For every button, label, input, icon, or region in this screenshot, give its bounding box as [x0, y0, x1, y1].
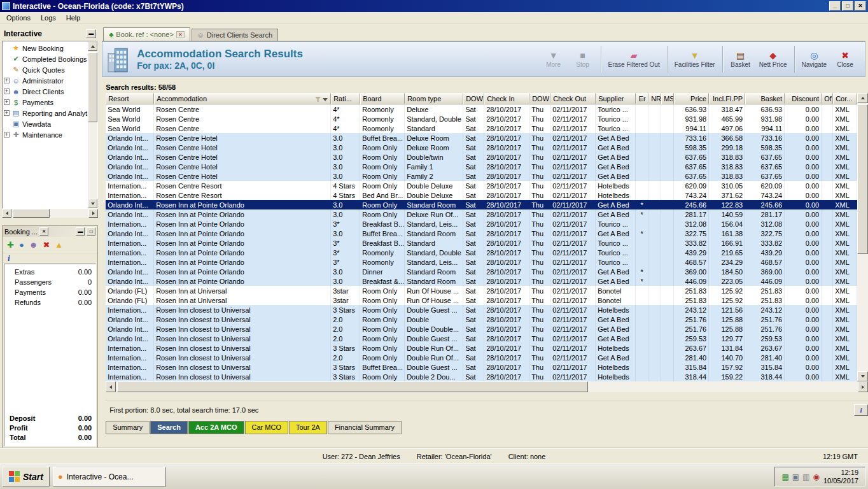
table-row[interactable]: Orlando Int...Rosen Centre Hotel3.0Room …: [106, 152, 857, 162]
table-row[interactable]: Internation...Rosen Centre Resort4 Stars…: [106, 181, 857, 190]
column-header-dow[interactable]: DOW: [529, 93, 550, 104]
menu-help[interactable]: Help: [61, 13, 86, 22]
titlebar-restore-button[interactable]: □: [842, 1, 853, 11]
column-header-er[interactable]: Er: [636, 93, 648, 104]
menu-options[interactable]: Options: [1, 13, 36, 22]
sidebar-item-reporting-and-analyt[interactable]: +▤Reporting and Analyt: [4, 108, 87, 118]
basket-button[interactable]: ▤Basket: [726, 49, 755, 69]
scroll-track[interactable]: [11, 209, 88, 218]
table-row[interactable]: Orlando Int...Rosen Inn at Pointe Orland…: [106, 200, 857, 209]
tray-icon-volume[interactable]: ▥: [802, 472, 809, 481]
export-icon[interactable]: ▲: [55, 241, 63, 249]
results-vertical-scrollbar[interactable]: [857, 93, 868, 381]
scroll-thumb[interactable]: [88, 52, 97, 122]
menu-logs[interactable]: Logs: [36, 13, 61, 22]
table-row[interactable]: Internation...Rosen Inn at Pointe Orland…: [106, 257, 857, 267]
column-header-resort[interactable]: Resort: [106, 93, 154, 104]
tray-icon-red[interactable]: ◉: [813, 472, 819, 481]
booking-close-button[interactable]: ✕: [39, 227, 48, 236]
scroll-track[interactable]: [116, 381, 858, 392]
column-header-price[interactable]: Price: [674, 93, 709, 104]
passengers-icon[interactable]: ☻: [29, 241, 38, 249]
booking-restore-button[interactable]: □: [87, 227, 95, 236]
info-icon[interactable]: i: [8, 253, 10, 263]
table-row[interactable]: Orlando Int...Rosen Inn at Pointe Orland…: [106, 276, 857, 286]
booking-minimize-button[interactable]: ▬: [76, 227, 85, 236]
column-header-incl-fl-pp[interactable]: Incl.Fl.PP: [709, 93, 745, 104]
sort-icon[interactable]: [323, 98, 328, 101]
column-header-basket[interactable]: Basket: [745, 93, 785, 104]
table-row[interactable]: Orlando (FL)Rosen Inn at Universal3starR…: [106, 286, 857, 295]
tab-book-ref-none[interactable]: ♣Book. ref : <none>✕: [103, 27, 190, 41]
globe-icon[interactable]: ●: [19, 241, 24, 249]
table-row[interactable]: Internation...Rosen Inn closest to Unive…: [106, 353, 857, 362]
table-row[interactable]: Sea WorldRosen Centre4*RoomonlyStandard,…: [106, 114, 857, 124]
sidebar-item-new-booking[interactable]: ★New Booking: [4, 43, 87, 53]
add-icon[interactable]: ✚: [7, 241, 14, 249]
scroll-down-button[interactable]: [88, 199, 97, 208]
table-row[interactable]: Internation...Rosen Inn closest to Unive…: [106, 372, 857, 381]
table-row[interactable]: Orlando Int...Rosen Centre Hotel3.0Buffe…: [106, 133, 857, 143]
tree-vertical-scrollbar[interactable]: [88, 41, 97, 208]
bottom-tab-acc-2a-mco[interactable]: Acc 2A MCO: [188, 421, 244, 434]
sidebar-item-payments[interactable]: +$Payments: [4, 97, 87, 108]
table-row[interactable]: Sea WorldRosen Centre4*RoomonlyStandardS…: [106, 124, 857, 133]
titlebar-minimize-button[interactable]: _: [829, 1, 841, 11]
column-header-accommodation[interactable]: Accommodation: [154, 93, 331, 104]
table-row[interactable]: Orlando Int...Rosen Centre Hotel3.0Room …: [106, 171, 857, 181]
expand-icon[interactable]: +: [4, 99, 10, 105]
table-row[interactable]: Orlando Int...Rosen Inn closest to Unive…: [106, 315, 857, 324]
info-button[interactable]: i: [854, 404, 868, 416]
table-row[interactable]: Orlando Int...Rosen Centre Hotel3.0Room …: [106, 143, 857, 152]
scroll-left-button[interactable]: [106, 381, 116, 392]
expand-icon[interactable]: +: [4, 89, 10, 94]
column-header-nr[interactable]: NR: [648, 93, 661, 104]
scroll-up-button[interactable]: [857, 93, 868, 103]
results-horizontal-scrollbar[interactable]: [106, 381, 868, 392]
table-row[interactable]: Internation...Rosen Inn closest to Unive…: [106, 362, 857, 372]
table-row[interactable]: Orlando Int...Rosen Inn closest to Unive…: [106, 324, 857, 334]
sidebar-item-viewdata[interactable]: ▣Viewdata: [4, 118, 87, 129]
bottom-tab-car-mco[interactable]: Car MCO: [245, 421, 288, 434]
sidebar-collapse-button[interactable]: ▬: [86, 29, 96, 38]
expand-icon[interactable]: +: [4, 78, 10, 83]
table-row[interactable]: Sea WorldRosen Centre4*RoomonlyDeluxeSat…: [106, 104, 857, 114]
nett-price-button[interactable]: ◆Nett Price: [755, 49, 791, 69]
column-header-of[interactable]: Of: [822, 93, 833, 104]
taskbar-task-button[interactable]: ● Interactive - Ocea...: [53, 467, 166, 486]
sidebar-item-completed-bookings[interactable]: ✔Completed Bookings: [4, 53, 87, 64]
filter-icon[interactable]: [315, 97, 321, 102]
table-row[interactable]: Orlando Int...Rosen Inn at Pointe Orland…: [106, 267, 857, 276]
scroll-track[interactable]: [88, 51, 97, 199]
tray-icon-green[interactable]: ▦: [781, 472, 788, 481]
bottom-tab-search[interactable]: Search: [150, 421, 188, 434]
column-header-rati[interactable]: Rati...: [331, 93, 360, 104]
table-row[interactable]: Internation...Rosen Inn at Pointe Orland…: [106, 248, 857, 257]
sidebar-item-direct-clients[interactable]: +☻Direct Clients: [4, 86, 87, 97]
table-row[interactable]: Internation...Rosen Inn closest to Unive…: [106, 343, 857, 353]
scroll-down-button[interactable]: [857, 371, 868, 381]
table-row[interactable]: Orlando Int...Rosen Inn at Pointe Orland…: [106, 229, 857, 238]
taskbar-clock[interactable]: 12:19 10/05/2017: [823, 469, 858, 485]
table-row[interactable]: Orlando Int...Rosen Inn closest to Unive…: [106, 334, 857, 343]
bottom-tab-tour-2a[interactable]: Tour 2A: [289, 421, 327, 434]
table-row[interactable]: Internation...Rosen Inn at Pointe Orland…: [106, 238, 857, 248]
facilities-filter-button[interactable]: ▼Facilities Filter: [671, 49, 719, 69]
delete-icon[interactable]: ✖: [43, 241, 50, 249]
scroll-left-button[interactable]: [2, 209, 11, 218]
column-header-ms[interactable]: MS: [661, 93, 674, 104]
column-header-cor[interactable]: Cor...: [833, 93, 857, 104]
start-button[interactable]: Start: [3, 467, 50, 486]
scroll-track[interactable]: [857, 103, 868, 371]
column-header-check-in[interactable]: Check In: [484, 93, 529, 104]
tab-close-icon[interactable]: ✕: [176, 31, 185, 38]
table-row[interactable]: Orlando (FL)Rosen Inn at Universal3starR…: [106, 295, 857, 305]
bottom-tab-financial-summary[interactable]: Financial Summary: [328, 421, 402, 434]
tree-horizontal-scrollbar[interactable]: [2, 209, 98, 218]
column-header-room-type[interactable]: Room type: [405, 93, 463, 104]
scroll-right-button[interactable]: [88, 209, 98, 218]
column-header-check-out[interactable]: Check Out: [550, 93, 596, 104]
close-button[interactable]: ✖Close: [830, 49, 860, 69]
tab-direct-clients-search[interactable]: ☺Direct Clients Search: [192, 29, 279, 41]
expand-icon[interactable]: +: [4, 132, 10, 138]
